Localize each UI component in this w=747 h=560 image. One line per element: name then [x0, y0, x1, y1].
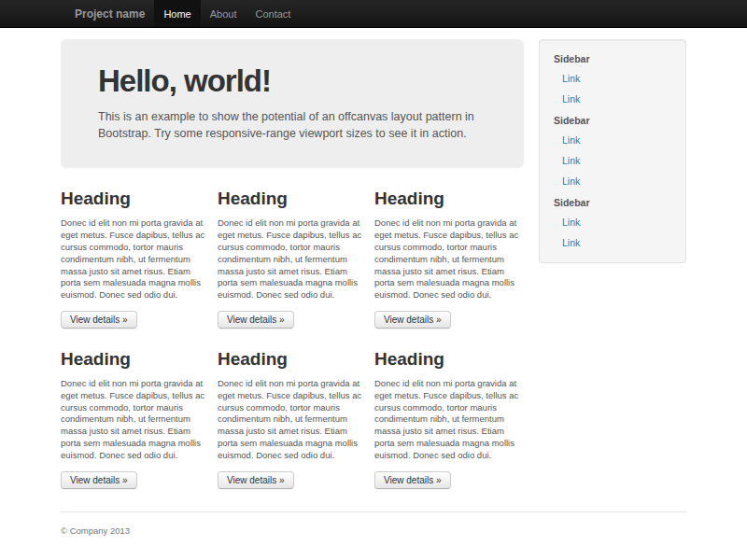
footer-copyright: © Company 2013 [61, 525, 686, 536]
sidebar-column: Sidebar Link Link Sidebar Link Link Link… [539, 39, 686, 263]
view-details-button[interactable]: View details » [374, 311, 451, 329]
feature-card: Heading Donec id elit non mi porta gravi… [218, 189, 367, 329]
sidebar-link[interactable]: Link [540, 232, 685, 253]
view-details-button[interactable]: View details » [218, 311, 294, 329]
feature-card: Heading Donec id elit non mi porta gravi… [374, 349, 524, 489]
jumbotron-text: This is an example to show the potential… [98, 108, 486, 142]
card-body-text: Donec id elit non mi porta gravida at eg… [374, 217, 524, 301]
jumbotron: Hello, world! This is an example to show… [61, 39, 524, 168]
nav-item-home[interactable]: Home [154, 0, 200, 27]
feature-card: Heading Donec id elit non mi porta gravi… [61, 349, 210, 489]
footer-divider [61, 511, 686, 512]
sidebar-link[interactable]: Link [540, 130, 685, 150]
card-heading: Heading [218, 189, 367, 209]
card-heading: Heading [61, 349, 210, 370]
card-heading: Heading [374, 189, 524, 209]
page-container: Hello, world! This is an example to show… [61, 39, 686, 536]
feature-card: Heading Donec id elit non mi porta gravi… [374, 189, 524, 329]
view-details-button[interactable]: View details » [218, 471, 294, 489]
view-details-button[interactable]: View details » [61, 311, 137, 329]
content-row: Hello, world! This is an example to show… [61, 39, 686, 489]
view-details-button[interactable]: View details » [61, 471, 137, 489]
card-body-text: Donec id elit non mi porta gravida at eg… [218, 217, 367, 301]
navbar: Project name Home About Contact [0, 0, 747, 28]
feature-card: Heading Donec id elit non mi porta gravi… [218, 349, 367, 489]
sidebar-group-heading: Sidebar [540, 191, 685, 212]
nav-item-contact[interactable]: Contact [246, 0, 300, 27]
sidebar-group-heading: Sidebar [540, 109, 685, 130]
navbar-inner: Project name Home About Contact [61, 0, 686, 27]
sidebar-well: Sidebar Link Link Sidebar Link Link Link… [539, 39, 686, 263]
view-details-button[interactable]: View details » [374, 471, 451, 489]
card-heading: Heading [61, 189, 210, 209]
main-column: Hello, world! This is an example to show… [61, 39, 524, 489]
card-body-text: Donec id elit non mi porta gravida at eg… [61, 217, 210, 301]
jumbotron-title: Hello, world! [98, 63, 486, 99]
nav-item-about[interactable]: About [201, 0, 247, 27]
cards-row-2: Heading Donec id elit non mi porta gravi… [61, 349, 524, 489]
card-body-text: Donec id elit non mi porta gravida at eg… [374, 378, 524, 462]
navbar-brand[interactable]: Project name [75, 0, 145, 27]
sidebar-link[interactable]: Link [540, 89, 685, 109]
card-heading: Heading [218, 349, 367, 370]
sidebar-link[interactable]: Link [540, 171, 685, 191]
sidebar-link[interactable]: Link [540, 212, 685, 232]
feature-card: Heading Donec id elit non mi porta gravi… [61, 189, 210, 329]
card-heading: Heading [374, 349, 524, 370]
card-body-text: Donec id elit non mi porta gravida at eg… [61, 378, 210, 462]
card-body-text: Donec id elit non mi porta gravida at eg… [218, 378, 367, 462]
sidebar-link[interactable]: Link [540, 68, 685, 89]
sidebar-group-heading: Sidebar [540, 48, 685, 68]
sidebar-link[interactable]: Link [540, 150, 685, 171]
cards-row-1: Heading Donec id elit non mi porta gravi… [61, 189, 524, 329]
